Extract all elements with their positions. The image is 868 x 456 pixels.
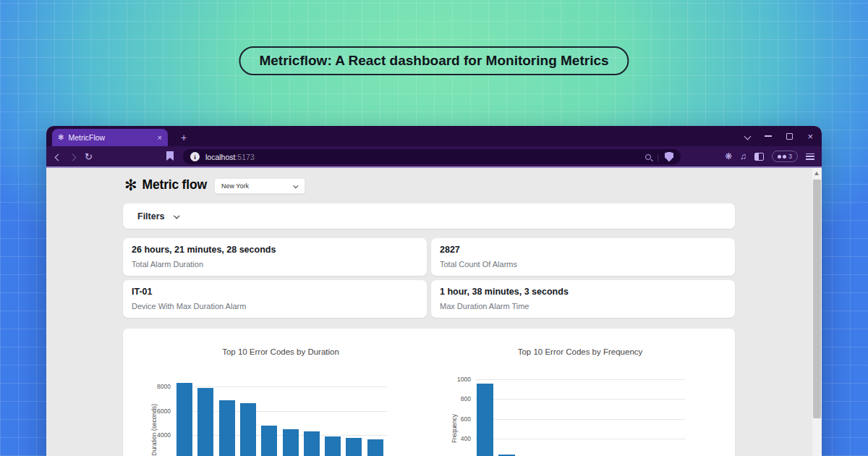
stat-label: Total Count Of Alarms xyxy=(440,260,517,269)
chart-title: Top 10 Error Codes by Frequency xyxy=(518,347,643,356)
adblock-extension-badge[interactable]: 3 xyxy=(772,151,798,162)
dashboard: ✻ Metric flow New York Filters 26 hours,… xyxy=(123,168,735,456)
url-text: localhost:5173 xyxy=(205,153,255,161)
gridline xyxy=(175,387,387,387)
forward-button[interactable] xyxy=(70,150,75,163)
brand-title: Metric flow xyxy=(142,177,207,193)
bar xyxy=(283,429,299,456)
stat-card-max-device: IT-01 Device With Max Duration Alarm xyxy=(123,280,427,318)
gridline xyxy=(475,439,685,439)
background: Metricflow: A React dashboard for Monito… xyxy=(0,0,868,456)
stat-value: 1 hour, 38 minutes, 3 seconds xyxy=(440,287,569,297)
browser-tab[interactable]: ✻ MetricFlow × xyxy=(52,129,168,146)
charts-card: 2000400060008000Top 10 Error Codes by Du… xyxy=(123,329,735,456)
stat-label: Max Duration Alarm Time xyxy=(440,302,529,311)
stat-card-total-duration: 26 hours, 21 minutes, 28 seconds Total A… xyxy=(123,238,427,276)
media-icon[interactable]: ♫ xyxy=(740,152,746,161)
bar xyxy=(240,403,256,456)
gridline xyxy=(475,419,685,420)
maximize-icon xyxy=(786,133,793,140)
bar xyxy=(367,439,383,456)
y-axis-label: Frequency xyxy=(451,414,458,443)
zoom-icon[interactable] xyxy=(645,154,651,160)
gridline xyxy=(475,379,685,380)
tick-label: 800 xyxy=(446,395,471,402)
stat-value: 26 hours, 21 minutes, 28 seconds xyxy=(132,245,276,255)
tick-label: 1000 xyxy=(446,376,471,383)
tab-title: MetricFlow xyxy=(68,133,153,142)
chevron-down-icon xyxy=(744,132,752,140)
bar xyxy=(219,400,235,456)
menu-button[interactable] xyxy=(806,153,814,160)
scroll-up-button[interactable] xyxy=(814,172,819,175)
blocked-count: 3 xyxy=(788,153,792,160)
back-button[interactable] xyxy=(56,150,61,163)
stat-label: Device With Max Duration Alarm xyxy=(132,302,246,311)
reload-button[interactable]: ↻ xyxy=(85,152,93,161)
maximize-button[interactable] xyxy=(786,133,793,140)
bar xyxy=(325,436,341,456)
y-axis-label: Total Duration (seconds) xyxy=(150,404,158,456)
region-select-value: New York xyxy=(221,182,249,190)
stat-value: IT-01 xyxy=(132,287,153,297)
account-icon[interactable]: ❋ xyxy=(725,152,732,161)
separator: | xyxy=(657,153,659,161)
gridline xyxy=(475,399,685,400)
shield-icon[interactable] xyxy=(665,152,673,162)
tab-close-button[interactable]: × xyxy=(158,134,162,142)
scrollbar[interactable] xyxy=(812,168,822,456)
chevron-down-icon xyxy=(174,213,179,219)
stat-label: Total Alarm Duration xyxy=(132,260,203,269)
forward-icon xyxy=(69,154,77,161)
chevron-down-icon xyxy=(293,183,298,188)
tab-favicon-icon: ✻ xyxy=(58,134,64,141)
browser-window: ✻ MetricFlow × + × ↻ i localhost:517 xyxy=(46,126,822,456)
filters-panel[interactable]: Filters xyxy=(123,203,735,229)
bar xyxy=(304,431,320,456)
back-icon xyxy=(55,154,62,161)
dashboard-header: ✻ Metric flow xyxy=(124,177,207,193)
tick-label: 8000 xyxy=(146,383,171,390)
chart-title: Top 10 Error Codes by Duration xyxy=(222,347,339,356)
tab-bar: ✻ MetricFlow × + × xyxy=(46,126,822,146)
new-tab-button[interactable]: + xyxy=(175,129,192,146)
glasses-icon xyxy=(778,155,786,159)
page-content: ✻ Metric flow New York Filters 26 hours,… xyxy=(46,166,822,456)
title-banner: Metricflow: A React dashboard for Monito… xyxy=(239,46,629,75)
region-select[interactable]: New York xyxy=(214,178,305,194)
brand-logo-icon: ✻ xyxy=(124,177,137,193)
filters-label: Filters xyxy=(137,211,165,221)
bar xyxy=(346,438,362,456)
list-tabs-chevron-button[interactable] xyxy=(745,134,750,139)
minimize-icon xyxy=(765,135,772,137)
bookmark-icon[interactable] xyxy=(166,151,174,161)
bar xyxy=(197,388,213,456)
stat-card-max-time: 1 hour, 38 minutes, 3 seconds Max Durati… xyxy=(431,280,735,318)
bar xyxy=(477,384,493,456)
nav-bar: ↻ i localhost:5173 | ❋ ♫ 3 xyxy=(46,146,822,166)
bar xyxy=(261,426,277,456)
address-bar[interactable]: i localhost:5173 | xyxy=(183,149,681,164)
sidebar-toggle-icon[interactable] xyxy=(754,153,764,161)
scrollbar-thumb[interactable] xyxy=(813,180,821,418)
minimize-button[interactable] xyxy=(765,135,772,137)
site-info-icon[interactable]: i xyxy=(190,152,200,161)
close-window-button[interactable]: × xyxy=(807,132,813,141)
stat-card-total-count: 2827 Total Count Of Alarms xyxy=(431,238,735,276)
bar xyxy=(176,383,192,456)
stat-value: 2827 xyxy=(440,245,460,255)
